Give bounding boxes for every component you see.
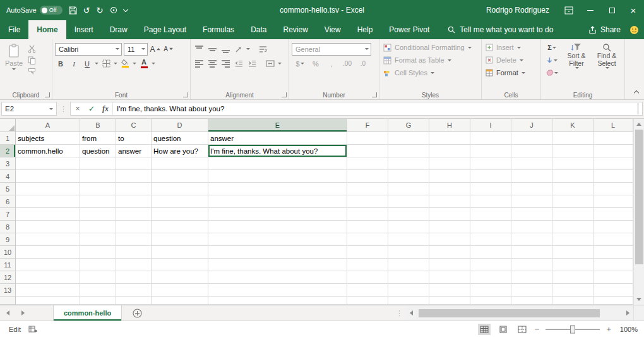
cell-D8[interactable] bbox=[152, 221, 208, 233]
cell-partial[interactable] bbox=[208, 297, 347, 305]
cell-B8[interactable] bbox=[80, 221, 116, 233]
align-center-icon[interactable] bbox=[206, 58, 218, 70]
cell-K11[interactable] bbox=[552, 259, 593, 271]
underline-button[interactable]: U bbox=[81, 58, 93, 70]
cell-A4[interactable] bbox=[16, 170, 80, 183]
cell-F10[interactable] bbox=[347, 246, 388, 259]
cell-L3[interactable] bbox=[593, 157, 633, 170]
cell-I8[interactable] bbox=[470, 221, 511, 233]
cell-B3[interactable] bbox=[80, 157, 116, 170]
vertical-scroll-track[interactable] bbox=[634, 130, 644, 294]
zoom-slider-thumb[interactable] bbox=[570, 325, 575, 333]
cell-I10[interactable] bbox=[470, 246, 511, 259]
cell-A6[interactable] bbox=[16, 195, 80, 208]
cell-E9[interactable] bbox=[208, 233, 347, 246]
font-dialog-launcher-icon[interactable] bbox=[183, 92, 188, 97]
cell-E11[interactable] bbox=[208, 259, 347, 271]
cell-L5[interactable] bbox=[593, 183, 633, 195]
cell-I12[interactable] bbox=[470, 271, 511, 284]
sheet-nav-left-icon[interactable] bbox=[0, 305, 15, 321]
column-header-K[interactable]: K bbox=[552, 119, 593, 132]
macro-record-icon[interactable] bbox=[28, 326, 37, 333]
cell-F12[interactable] bbox=[347, 271, 388, 284]
vertical-scroll-thumb[interactable] bbox=[635, 130, 643, 264]
format-button[interactable]: Format bbox=[483, 66, 539, 79]
cell-J4[interactable] bbox=[511, 170, 552, 183]
cell-L2[interactable] bbox=[593, 145, 633, 157]
cell-J1[interactable] bbox=[511, 132, 552, 145]
tab-home[interactable]: Home bbox=[28, 20, 66, 39]
cell-J13[interactable] bbox=[511, 284, 552, 297]
cell-K13[interactable] bbox=[552, 284, 593, 297]
increase-indent-icon[interactable] bbox=[246, 58, 258, 70]
autosave-toggle[interactable]: AutoSave Off bbox=[6, 6, 63, 15]
cell-H12[interactable] bbox=[429, 271, 470, 284]
cell-B11[interactable] bbox=[80, 259, 116, 271]
decrease-decimal-icon[interactable]: .0 bbox=[357, 58, 369, 70]
column-header-C[interactable]: C bbox=[116, 119, 152, 132]
cell-I11[interactable] bbox=[470, 259, 511, 271]
cell-D3[interactable] bbox=[152, 157, 208, 170]
cell-J6[interactable] bbox=[511, 195, 552, 208]
clear-button[interactable] bbox=[542, 66, 561, 79]
cell-A1[interactable]: subjects bbox=[16, 132, 80, 145]
cell-K1[interactable] bbox=[552, 132, 593, 145]
cell-G10[interactable] bbox=[388, 246, 429, 259]
column-header-A[interactable]: A bbox=[16, 119, 80, 132]
increase-decimal-icon[interactable]: .00 bbox=[342, 58, 353, 70]
horizontal-scroll-thumb[interactable] bbox=[419, 309, 600, 317]
cell-A12[interactable] bbox=[16, 271, 80, 284]
sheet-tab[interactable]: common-hello bbox=[53, 305, 122, 321]
cell-E3[interactable] bbox=[208, 157, 347, 170]
cell-J3[interactable] bbox=[511, 157, 552, 170]
decrease-indent-icon[interactable] bbox=[233, 58, 244, 70]
cell-L9[interactable] bbox=[593, 233, 633, 246]
cell-H11[interactable] bbox=[429, 259, 470, 271]
cell-C5[interactable] bbox=[116, 183, 152, 195]
cell-F13[interactable] bbox=[347, 284, 388, 297]
collapse-ribbon-icon[interactable] bbox=[634, 90, 639, 95]
zoom-level[interactable]: 100% bbox=[617, 326, 638, 333]
cell-C2[interactable]: answer bbox=[116, 145, 152, 157]
cell-I2[interactable] bbox=[470, 145, 511, 157]
cell-H6[interactable] bbox=[429, 195, 470, 208]
tell-me-box[interactable]: Tell me what you want to do bbox=[448, 20, 553, 39]
tab-page-layout[interactable]: Page Layout bbox=[136, 20, 194, 39]
cell-H3[interactable] bbox=[429, 157, 470, 170]
align-bottom-icon[interactable] bbox=[220, 44, 231, 55]
clipboard-dialog-launcher-icon[interactable] bbox=[45, 92, 50, 97]
cell-I9[interactable] bbox=[470, 233, 511, 246]
cell-partial[interactable] bbox=[470, 297, 511, 305]
cell-C10[interactable] bbox=[116, 246, 152, 259]
borders-dropdown-icon[interactable] bbox=[114, 63, 117, 64]
cell-G6[interactable] bbox=[388, 195, 429, 208]
enter-icon[interactable]: ✓ bbox=[85, 104, 98, 113]
font-color-dropdown-icon[interactable] bbox=[152, 63, 155, 64]
cell-J11[interactable] bbox=[511, 259, 552, 271]
formula-input[interactable]: I'm fine, thanks. What about you? bbox=[112, 102, 634, 115]
number-format-select[interactable]: General bbox=[292, 43, 371, 56]
alignment-dialog-launcher-icon[interactable] bbox=[282, 92, 287, 97]
cell-E5[interactable] bbox=[208, 183, 347, 195]
comma-icon[interactable]: , bbox=[326, 58, 337, 70]
cell-F1[interactable] bbox=[347, 132, 388, 145]
cell-C13[interactable] bbox=[116, 284, 152, 297]
wrap-text-icon[interactable] bbox=[257, 44, 268, 55]
cell-A8[interactable] bbox=[16, 221, 80, 233]
cell-partial[interactable] bbox=[116, 297, 152, 305]
cell-H7[interactable] bbox=[429, 208, 470, 221]
percent-icon[interactable]: % bbox=[310, 58, 321, 70]
cell-K9[interactable] bbox=[552, 233, 593, 246]
sort-filter-button[interactable]: Sort & Filter bbox=[561, 41, 592, 79]
cell-G11[interactable] bbox=[388, 259, 429, 271]
cell-K6[interactable] bbox=[552, 195, 593, 208]
cell-D5[interactable] bbox=[152, 183, 208, 195]
cell-partial[interactable] bbox=[80, 297, 116, 305]
cell-B10[interactable] bbox=[80, 246, 116, 259]
cell-B7[interactable] bbox=[80, 208, 116, 221]
cell-J9[interactable] bbox=[511, 233, 552, 246]
cell-G7[interactable] bbox=[388, 208, 429, 221]
cell-D9[interactable] bbox=[152, 233, 208, 246]
cell-E13[interactable] bbox=[208, 284, 347, 297]
redo-icon[interactable]: ↻ bbox=[97, 6, 104, 15]
